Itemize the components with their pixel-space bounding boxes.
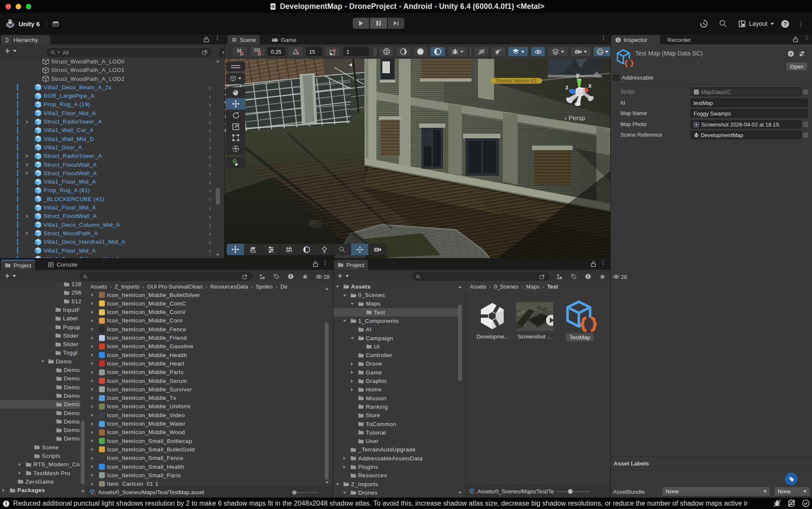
svg-text:x: x [588,82,592,89]
svg-text:#: # [695,90,697,94]
svg-text:z: z [565,84,568,91]
svg-text:y: y [576,71,580,78]
svg-text:?: ? [783,21,787,27]
svg-text:?: ? [790,52,792,56]
